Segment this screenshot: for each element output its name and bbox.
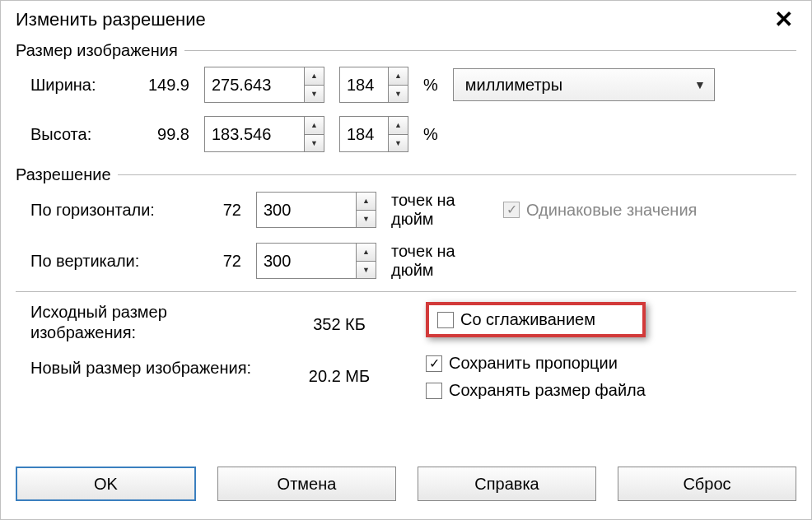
height-row: Высота: 99.8 ▲ ▼ ▲ ▼ % — [16, 109, 796, 159]
spin-up-icon[interactable]: ▲ — [357, 193, 376, 211]
resolution-dialog: Изменить разрешение ✕ Размер изображения… — [0, 0, 812, 520]
same-values-checkbox: ✓ Одинаковые значения — [503, 201, 697, 220]
antialias-checkbox[interactable]: Со сглаживанием — [437, 310, 595, 329]
horizontal-input[interactable] — [257, 193, 356, 227]
height-spinner[interactable]: ▲ ▼ — [204, 116, 324, 152]
checkbox-icon — [426, 383, 442, 399]
image-size-legend: Размер изображения — [16, 41, 184, 60]
dialog-title: Изменить разрешение — [16, 9, 206, 30]
spin-down-icon[interactable]: ▼ — [389, 86, 408, 103]
width-label: Ширина: — [30, 76, 125, 95]
keep-filesize-label: Сохранять размер файла — [449, 381, 646, 400]
chevron-down-icon: ▼ — [694, 78, 706, 91]
new-size-label: Новый размер изображения: — [30, 358, 261, 378]
close-icon[interactable]: ✕ — [768, 6, 800, 33]
height-pct-spin-buttons: ▲ ▼ — [388, 117, 408, 151]
horizontal-res-row: По горизонтали: 72 ▲ ▼ точек на дюйм ✓ О… — [16, 184, 796, 235]
checkbox-icon: ✓ — [426, 355, 442, 372]
width-original: 149.9 — [125, 76, 189, 95]
horizontal-original: 72 — [195, 201, 241, 220]
spin-up-icon[interactable]: ▲ — [357, 244, 376, 262]
dpi-unit-label: точек на дюйм — [391, 242, 482, 280]
original-size-label: Исходный размер изображения: — [30, 302, 261, 343]
vertical-input[interactable] — [257, 244, 356, 278]
width-input[interactable] — [205, 67, 304, 102]
height-input[interactable] — [205, 117, 304, 151]
new-size-value: 20.2 МБ — [261, 367, 418, 386]
keep-ratio-label: Сохранить пропорции — [449, 354, 618, 373]
dpi-unit-label: точек на дюйм — [391, 191, 482, 229]
resolution-legend: Разрешение — [16, 165, 118, 184]
cancel-button[interactable]: Отмена — [217, 467, 396, 501]
height-pct-input[interactable] — [340, 117, 388, 151]
antialias-label: Со сглаживанием — [460, 310, 595, 329]
height-spin-buttons: ▲ ▼ — [304, 117, 324, 151]
keep-filesize-checkbox[interactable]: Сохранять размер файла — [426, 381, 646, 400]
unit-combobox[interactable]: миллиметры ▼ — [453, 68, 715, 101]
spin-up-icon[interactable]: ▲ — [305, 117, 324, 135]
vertical-res-row: По вертикали: 72 ▲ ▼ точек на дюйм — [16, 235, 796, 286]
spin-down-icon[interactable]: ▼ — [389, 135, 408, 152]
spin-up-icon[interactable]: ▲ — [389, 67, 408, 86]
width-pct-input[interactable] — [340, 67, 388, 102]
checkbox-icon — [437, 312, 454, 328]
info-values-column: 352 КБ 20.2 МБ — [261, 302, 418, 419]
spin-down-icon[interactable]: ▼ — [305, 135, 324, 152]
width-pct-spinner[interactable]: ▲ ▼ — [339, 67, 408, 103]
info-labels-column: Исходный размер изображения: Новый разме… — [30, 302, 261, 419]
same-values-label: Одинаковые значения — [526, 201, 697, 220]
spin-down-icon[interactable]: ▼ — [357, 262, 376, 279]
spin-down-icon[interactable]: ▼ — [305, 86, 324, 103]
height-original: 99.8 — [125, 125, 189, 144]
vertical-label: По вертикали: — [30, 252, 195, 271]
ok-button[interactable]: OK — [16, 467, 196, 501]
checkbox-icon: ✓ — [503, 202, 520, 218]
width-row: Ширина: 149.9 ▲ ▼ ▲ ▼ % миллиметры ▼ — [16, 60, 796, 109]
horizontal-label: По горизонтали: — [30, 201, 195, 220]
help-button[interactable]: Справка — [418, 467, 596, 501]
spin-down-icon[interactable]: ▼ — [357, 211, 376, 228]
vertical-original: 72 — [195, 252, 241, 271]
resolution-group: Разрешение По горизонтали: 72 ▲ ▼ точек … — [16, 165, 796, 286]
reset-button[interactable]: Сброс — [618, 467, 796, 501]
vertical-spin-buttons: ▲ ▼ — [356, 244, 376, 278]
width-spin-buttons: ▲ ▼ — [304, 67, 324, 102]
original-size-value: 352 КБ — [261, 315, 418, 334]
percent-sign: % — [423, 76, 438, 95]
horizontal-spin-buttons: ▲ ▼ — [356, 193, 376, 227]
info-block: Исходный размер изображения: Новый разме… — [1, 292, 811, 419]
height-label: Высота: — [30, 125, 125, 144]
titlebar: Изменить разрешение ✕ — [1, 1, 811, 35]
button-row: OK Отмена Справка Сброс — [1, 455, 811, 513]
horizontal-spinner[interactable]: ▲ ▼ — [256, 192, 376, 228]
width-pct-spin-buttons: ▲ ▼ — [388, 67, 408, 102]
width-spinner[interactable]: ▲ ▼ — [204, 67, 324, 103]
antialias-highlight: Со сглаживанием — [426, 302, 646, 337]
spin-up-icon[interactable]: ▲ — [389, 117, 408, 135]
vertical-spinner[interactable]: ▲ ▼ — [256, 243, 376, 279]
keep-ratio-checkbox[interactable]: ✓ Сохранить пропорции — [426, 354, 646, 373]
options-column: Со сглаживанием ✓ Сохранить пропорции Со… — [418, 302, 646, 419]
spin-up-icon[interactable]: ▲ — [305, 67, 324, 86]
unit-combobox-value: миллиметры — [465, 76, 562, 95]
percent-sign: % — [423, 125, 438, 144]
height-pct-spinner[interactable]: ▲ ▼ — [339, 116, 408, 152]
image-size-group: Размер изображения Ширина: 149.9 ▲ ▼ ▲ ▼… — [16, 41, 796, 159]
